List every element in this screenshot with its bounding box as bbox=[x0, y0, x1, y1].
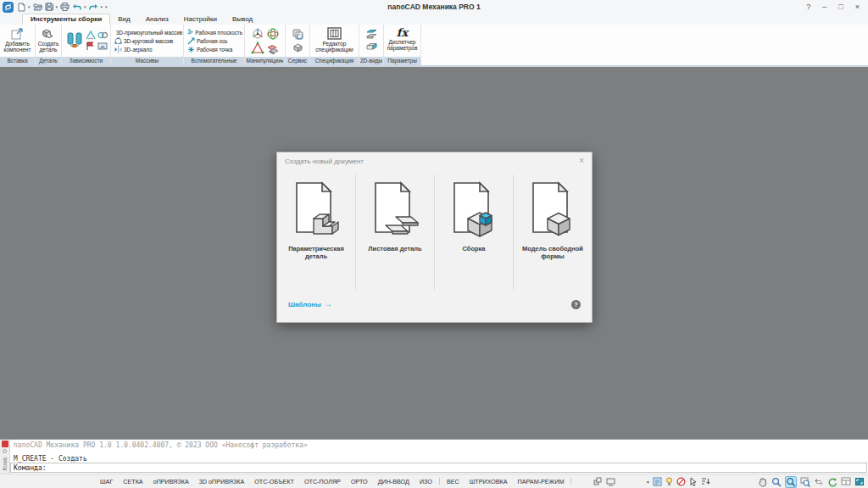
fullscreen-icon[interactable] bbox=[854, 477, 865, 486]
group-caption-service[interactable]: Сервис bbox=[286, 57, 309, 65]
close-button[interactable]: × bbox=[855, 3, 860, 11]
qat-more-caret-icon[interactable]: ▾ bbox=[105, 4, 108, 9]
dialog-help-button[interactable]: ? bbox=[571, 300, 581, 309]
3d-move-icon[interactable] bbox=[251, 27, 264, 41]
card-freeform-model[interactable]: Модель свободной формы bbox=[513, 175, 592, 290]
work-plane-button[interactable]: Рабочая плоскость bbox=[187, 29, 242, 36]
tab-assembly-tools[interactable]: Инструменты сборки bbox=[22, 14, 110, 25]
save-icon[interactable] bbox=[45, 3, 53, 11]
array-rectangular-button[interactable]: 3D-прямоугольный массив bbox=[114, 29, 181, 36]
restore-button[interactable]: □ bbox=[838, 3, 843, 11]
viewport-icon[interactable] bbox=[841, 477, 851, 486]
ribbon: Добавить компонент Вставка Создать детал… bbox=[0, 25, 868, 67]
save-caret-icon[interactable]: ▾ bbox=[56, 4, 58, 9]
3d-section-icon[interactable] bbox=[266, 42, 280, 55]
tab-view[interactable]: Вид bbox=[110, 14, 137, 25]
tab-analysis[interactable]: Анализ bbox=[138, 14, 176, 25]
open-folder-icon[interactable] bbox=[33, 3, 42, 11]
print-icon[interactable] bbox=[60, 3, 70, 11]
toggle-hatch[interactable]: ШТРИХОВКА bbox=[465, 478, 513, 485]
toggle-otrack-object[interactable]: ОТС-ОБЪЕКТ bbox=[249, 478, 299, 485]
service-update-icon[interactable] bbox=[292, 28, 304, 41]
app-logo-icon[interactable] bbox=[3, 2, 14, 13]
dialog-close-icon[interactable]: × bbox=[579, 157, 584, 165]
toggle-param-mode[interactable]: ПАРАМ-РЕЖИМ bbox=[513, 478, 570, 485]
zoom-realtime-active[interactable] bbox=[785, 476, 797, 488]
group-caption-2d-views[interactable]: 2D-виды bbox=[359, 57, 383, 65]
zoom-icon[interactable] bbox=[771, 477, 782, 487]
card-parametric-part[interactable]: Параметрическая деталь bbox=[277, 175, 355, 290]
constraint-angle-icon[interactable] bbox=[86, 30, 96, 40]
toggle-snap-step[interactable]: ШАГ bbox=[95, 478, 118, 485]
drawing-canvas[interactable]: Создать новый документ × Параметрическая… bbox=[0, 67, 868, 439]
zoom-window-icon[interactable] bbox=[800, 477, 810, 487]
regen-icon[interactable] bbox=[827, 477, 837, 487]
constraint-browse-icon[interactable] bbox=[97, 42, 108, 51]
command-history-line: M_CREATE - Создать bbox=[14, 455, 865, 463]
2d-view-front-icon[interactable] bbox=[365, 42, 378, 53]
command-history-area[interactable]: nanoCAD Механика PRO 1.0 1.0.0402.4007, … bbox=[10, 440, 868, 474]
minimize-button[interactable]: – bbox=[822, 3, 826, 11]
help-button[interactable]: ? bbox=[806, 3, 810, 11]
spec-editor-button[interactable]: Редактор спецификации bbox=[312, 25, 357, 56]
group-caption-insert[interactable]: Вставка bbox=[0, 57, 35, 65]
group-caption-parameters[interactable]: Параметры bbox=[384, 57, 420, 65]
notes-icon[interactable] bbox=[653, 477, 662, 486]
toggle-iso[interactable]: ИЗО bbox=[415, 478, 437, 485]
toggle-3d-osnap[interactable]: 3D оПРИВЯЗКА bbox=[194, 478, 249, 485]
previous-view-icon[interactable] bbox=[814, 478, 824, 486]
toggle-osnap[interactable]: оПРИВЯЗКА bbox=[148, 478, 194, 485]
no-entry-icon[interactable] bbox=[676, 477, 686, 486]
toggle-lineweight[interactable]: ВЕС bbox=[442, 478, 465, 485]
toggle-ortho[interactable]: ОРТО bbox=[346, 478, 373, 485]
array-circular-button[interactable]: 3D-круговой массив bbox=[114, 37, 181, 45]
workspace-icon[interactable] bbox=[606, 477, 615, 486]
2d-view-top-icon[interactable] bbox=[365, 29, 378, 40]
annotation-scale-icon[interactable] bbox=[593, 477, 603, 486]
pan-hand-icon[interactable] bbox=[758, 477, 768, 487]
parameters-manager-button[interactable]: fx Диспетчер параметров bbox=[386, 25, 419, 56]
group-caption-specification[interactable]: Спецификация bbox=[310, 57, 359, 65]
constraint-flag-icon[interactable] bbox=[86, 42, 96, 51]
toggle-otrack-polar[interactable]: ОТС-ПОЛЯР bbox=[299, 478, 346, 485]
command-input[interactable]: Команда: bbox=[10, 463, 867, 473]
work-point-button[interactable]: Рабочая точка bbox=[187, 46, 242, 53]
card-assembly[interactable]: Сборка bbox=[434, 175, 513, 290]
display-options-caret-icon[interactable]: ▾ bbox=[647, 480, 649, 485]
group-caption-part[interactable]: Деталь bbox=[36, 57, 61, 65]
command-window-pin-icon[interactable] bbox=[3, 449, 7, 453]
array-mirror-button[interactable]: 3D-зеркало bbox=[114, 46, 181, 53]
lightbulb-icon[interactable] bbox=[665, 477, 673, 486]
tab-settings[interactable]: Настройки bbox=[176, 14, 225, 25]
group-caption-arrays[interactable]: Массивы bbox=[111, 57, 183, 65]
3d-rotate-icon[interactable] bbox=[266, 27, 280, 41]
group-caption-auxiliary[interactable]: Вспомогательные bbox=[184, 57, 244, 65]
work-axis-button[interactable]: Рабочая ось bbox=[187, 37, 242, 45]
undo-icon[interactable] bbox=[72, 3, 81, 11]
undo-caret-icon[interactable]: ▾ bbox=[84, 4, 86, 9]
select-cursor-icon[interactable] bbox=[689, 477, 698, 486]
group-caption-constraints[interactable]: Зависимости bbox=[62, 57, 110, 65]
command-window-close-icon[interactable] bbox=[2, 441, 8, 447]
tab-output[interactable]: Вывод bbox=[225, 14, 260, 25]
sort-order-icon[interactable] bbox=[701, 477, 710, 486]
3d-mate-icon[interactable] bbox=[65, 30, 84, 51]
add-component-button[interactable]: Добавить компонент bbox=[2, 25, 33, 56]
new-document-caret-icon[interactable]: ▾ bbox=[28, 4, 31, 9]
card-label: Листовая деталь bbox=[368, 246, 421, 253]
ribbon-group-2d-views: 2D-виды bbox=[359, 25, 384, 65]
redo-icon[interactable] bbox=[89, 3, 98, 11]
toggle-grid[interactable]: СЕТКА bbox=[118, 478, 147, 485]
manipulations-caret-icon: ▾ bbox=[281, 58, 284, 64]
templates-link[interactable]: Шаблоны → bbox=[288, 301, 332, 308]
constraint-insert-icon[interactable] bbox=[97, 30, 108, 40]
create-part-button[interactable]: Создать деталь bbox=[37, 25, 59, 56]
toggle-dynamic-input[interactable]: ДИН-ВВОД bbox=[373, 478, 415, 485]
redo-caret-icon[interactable]: ▾ bbox=[101, 4, 103, 9]
service-box-icon[interactable] bbox=[292, 42, 304, 53]
new-document-icon[interactable] bbox=[18, 3, 25, 12]
3d-align-icon[interactable] bbox=[251, 42, 264, 55]
card-sheet-part[interactable]: Листовая деталь bbox=[355, 175, 434, 290]
freeform-model-icon bbox=[525, 180, 581, 242]
group-caption-manipulations[interactable]: Манипуляции▾ bbox=[245, 57, 285, 65]
